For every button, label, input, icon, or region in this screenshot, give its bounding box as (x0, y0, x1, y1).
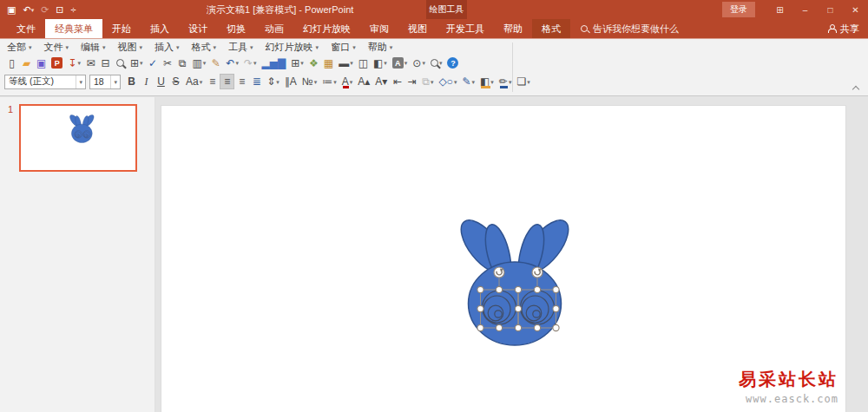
align-right-button[interactable]: ≡ (234, 74, 249, 89)
help-button[interactable]: ? (444, 56, 461, 71)
tab-slide-show[interactable]: 幻灯片放映 (293, 19, 360, 38)
page-setup-button[interactable]: ⊞▾ (128, 56, 146, 71)
text-box-button[interactable]: A▾ (390, 56, 411, 71)
shrink-font-button[interactable]: A▾ (372, 74, 390, 89)
tab-classic-menu[interactable]: 经典菜单 (45, 19, 102, 38)
insert-chart-button[interactable]: ▂▅▇ (260, 56, 289, 71)
dropdown-caret-icon: ▾ (404, 60, 408, 66)
start-slideshow-button[interactable]: ⊡ (56, 0, 63, 19)
tab-home[interactable]: 开始 (102, 19, 141, 38)
tab-design[interactable]: 设计 (179, 19, 217, 38)
cut-button[interactable]: ✂ (161, 56, 175, 71)
rabbit-drawing[interactable] (459, 219, 575, 355)
menu-edit[interactable]: 编辑▾ (81, 41, 106, 54)
slide-layout-button[interactable]: ◧▾ (371, 56, 390, 71)
increase-indent-button[interactable]: ⇥ (404, 74, 419, 89)
collapse-ribbon-icon[interactable] (852, 84, 859, 91)
new-presentation-button[interactable]: ▯ (4, 56, 19, 71)
close-icon: ✕ (852, 5, 858, 15)
tab-format[interactable]: 格式 (532, 19, 570, 38)
numbering-button[interactable]: №▾ (299, 74, 319, 89)
shape-fill-button[interactable]: ◧▾ (477, 74, 496, 89)
close-button[interactable]: ✕ (843, 0, 868, 19)
bullets-button[interactable]: ≔▾ (319, 74, 339, 89)
menu-all[interactable]: 全部▾ (7, 41, 32, 54)
mail-button[interactable]: ✉ (83, 56, 98, 71)
tab-review[interactable]: 审阅 (360, 19, 398, 38)
shape-effects-button[interactable]: ❏▾ (514, 74, 532, 89)
font-color-button[interactable]: A▾ (339, 74, 356, 89)
redo-button[interactable]: ⟳ (41, 0, 49, 19)
align-center-button[interactable]: ≡ (220, 74, 234, 89)
grow-font-button[interactable]: A▴ (355, 74, 372, 89)
duplicate-slide-button[interactable]: ◫ (356, 56, 371, 71)
print-preview-button[interactable] (113, 56, 128, 71)
slide-canvas[interactable]: 易采站长站 www.easck.com (161, 105, 846, 412)
menu-slide-show[interactable]: 幻灯片放映▾ (266, 41, 319, 54)
minimize-button[interactable]: – (792, 0, 818, 19)
menu-window[interactable]: 窗口▾ (331, 41, 356, 54)
tab-insert[interactable]: 插入 (141, 19, 179, 38)
menu-format[interactable]: 格式▾ (192, 41, 217, 54)
paste-button[interactable]: ▥▾ (190, 56, 209, 71)
change-case-button[interactable]: Aa▾ (183, 74, 205, 89)
comment-button[interactable]: ⊙▾ (410, 56, 428, 71)
undo-button[interactable]: ↶▾ (23, 0, 34, 19)
open-button[interactable]: ▰ (19, 56, 34, 71)
decrease-indent-button[interactable]: ⇤ (390, 74, 404, 89)
insert-smartart-button[interactable]: ❖ (306, 56, 321, 71)
format-painter-button[interactable]: ✎ (208, 56, 223, 71)
chevron-down-icon[interactable]: ▾ (110, 75, 120, 88)
menu-view[interactable]: 视图▾ (118, 41, 143, 54)
menu-tools[interactable]: 工具▾ (228, 41, 253, 54)
copy-button[interactable]: ⧉ (175, 56, 190, 71)
bold-button[interactable]: B (124, 74, 139, 89)
rotation-handle[interactable] (532, 267, 542, 278)
sign-in-button[interactable]: 登录 (722, 2, 755, 17)
strikethrough-button[interactable]: S (168, 74, 183, 89)
slides-panel[interactable]: 1 (0, 97, 155, 412)
zoom-button[interactable]: ▾ (428, 56, 445, 71)
save-button[interactable]: ▣ (34, 56, 49, 71)
print-button[interactable]: ⊟ (98, 56, 113, 71)
menu-help[interactable]: 帮助▾ (368, 41, 393, 54)
dropdown-caret-icon: ▾ (77, 60, 81, 66)
shapes-button[interactable]: ◇○▾ (436, 74, 459, 89)
redo-button[interactable]: ↷▾ (241, 56, 260, 71)
save-button[interactable]: ▣ (7, 0, 16, 19)
align-left-button[interactable]: ≡ (205, 74, 220, 89)
text-direction-button[interactable]: ∥A (282, 74, 299, 89)
tab-view[interactable]: 视图 (398, 19, 437, 38)
group-button[interactable]: ⧉▾ (419, 74, 436, 89)
font-name-combo[interactable]: 等线 (正文) ▾ (4, 75, 86, 89)
distribute-text-button[interactable]: ≣ (249, 74, 264, 89)
tell-me-search[interactable]: 告诉我你想要做什么 (581, 19, 679, 38)
save-as-ppt-button[interactable]: P (49, 56, 65, 71)
export-button[interactable]: ↧▾ (65, 56, 83, 71)
tab-file[interactable]: 文件 (7, 19, 45, 38)
italic-button[interactable]: I (139, 74, 154, 89)
undo-button[interactable]: ↶▾ (223, 56, 241, 71)
maximize-button[interactable]: □ (818, 0, 843, 19)
chevron-down-icon[interactable]: ▾ (76, 75, 85, 88)
share-button[interactable]: 共享 (828, 19, 859, 38)
comment-icon: ⊙ (412, 58, 421, 69)
photo-album-button[interactable]: ▦ (321, 56, 336, 71)
ribbon-display-options-button[interactable]: ⊞ (767, 0, 792, 19)
new-slide-button[interactable]: ▬▾ (336, 56, 356, 71)
rotation-handle[interactable] (494, 267, 504, 278)
customize-qat-button[interactable]: ÷ (71, 0, 76, 19)
menu-file[interactable]: 文件▾ (44, 41, 69, 54)
menu-insert[interactable]: 插入▾ (155, 41, 180, 54)
tab-transitions[interactable]: 切换 (217, 19, 255, 38)
shape-quick-style-button[interactable]: ✎▾ (459, 74, 477, 89)
slide-thumbnail[interactable] (19, 104, 137, 172)
spelling-button[interactable]: ✓ (146, 56, 161, 71)
tab-help[interactable]: 帮助 (494, 19, 532, 38)
line-spacing-button[interactable]: ⇕▾ (264, 74, 282, 89)
font-size-combo[interactable]: 18 ▾ (89, 75, 121, 89)
underline-button[interactable]: U (154, 74, 168, 89)
tab-developer[interactable]: 开发工具 (437, 19, 494, 38)
insert-table-button[interactable]: ⊞▾ (288, 56, 306, 71)
tab-animations[interactable]: 动画 (255, 19, 293, 38)
